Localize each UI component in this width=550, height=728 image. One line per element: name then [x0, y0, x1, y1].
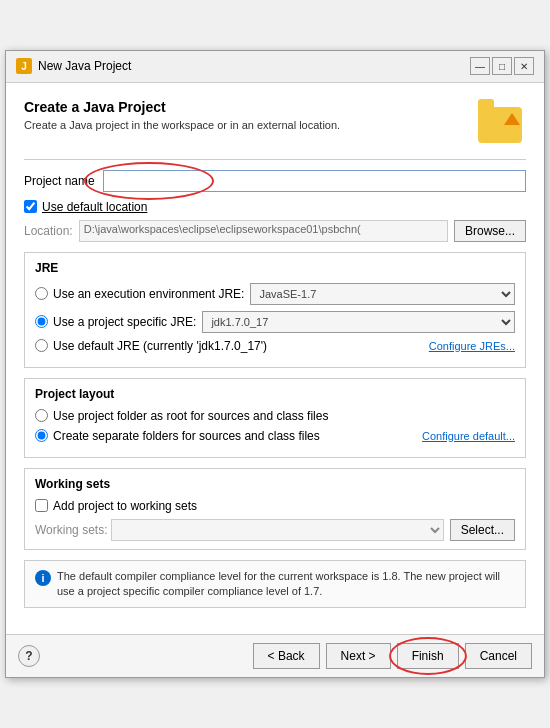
folder-arrow-icon — [504, 113, 520, 125]
dialog-header: Create a Java Project Create a Java proj… — [24, 99, 526, 147]
next-button[interactable]: Next > — [326, 643, 391, 669]
use-default-location-checkbox[interactable] — [24, 200, 37, 213]
jre-section: JRE Use an execution environment JRE: Ja… — [24, 252, 526, 368]
working-sets-dropdown[interactable] — [111, 519, 443, 541]
title-bar: J New Java Project — □ ✕ — [6, 51, 544, 83]
help-button[interactable]: ? — [18, 645, 40, 667]
layout-separate-radio[interactable] — [35, 429, 48, 442]
dialog-footer: ? < Back Next > Finish Cancel — [6, 634, 544, 677]
default-location-row: Use default location — [24, 200, 526, 214]
jre-default-label: Use default JRE (currently 'jdk1.7.0_17'… — [53, 339, 267, 353]
jre-option-default-row: Use default JRE (currently 'jdk1.7.0_17'… — [35, 339, 515, 353]
working-sets-label: Working sets: — [35, 523, 107, 537]
layout-root-label: Use project folder as root for sources a… — [53, 409, 328, 423]
project-name-row: Project name — [24, 170, 526, 192]
footer-right: < Back Next > Finish Cancel — [253, 643, 532, 669]
dialog-body: Create a Java Project Create a Java proj… — [6, 83, 544, 635]
back-button[interactable]: < Back — [253, 643, 320, 669]
working-sets-select-button[interactable]: Select... — [450, 519, 515, 541]
dialog-icon: J — [16, 58, 32, 74]
working-sets-section: Working sets Add project to working sets… — [24, 468, 526, 550]
layout-separate-row: Create separate folders for sources and … — [35, 429, 515, 443]
jre-default-radio[interactable] — [35, 339, 48, 352]
dialog-title: New Java Project — [38, 59, 131, 73]
finish-button[interactable]: Finish — [397, 643, 459, 669]
layout-root-radio[interactable] — [35, 409, 48, 422]
header-divider — [24, 159, 526, 160]
project-name-input[interactable] — [103, 170, 526, 192]
project-layout-title: Project layout — [35, 387, 515, 401]
jre-option-specific-row: Use a project specific JRE: jdk1.7.0_17 — [35, 311, 515, 333]
location-path: D:\java\workspaces\eclipse\eclipseworksp… — [79, 220, 448, 242]
configure-default-link[interactable]: Configure default... — [422, 430, 515, 442]
browse-button[interactable]: Browse... — [454, 220, 526, 242]
jre-specific-radio[interactable] — [35, 315, 48, 328]
configure-jres-link[interactable]: Configure JREs... — [429, 340, 515, 352]
location-row: Location: D:\java\workspaces\eclipse\ecl… — [24, 220, 526, 242]
header-text: Create a Java Project Create a Java proj… — [24, 99, 340, 131]
new-java-project-dialog: J New Java Project — □ ✕ Create a Java P… — [5, 50, 545, 679]
jre-env-radio[interactable] — [35, 287, 48, 300]
info-icon: i — [35, 570, 51, 586]
add-to-working-sets-label: Add project to working sets — [53, 499, 197, 513]
header-description: Create a Java project in the workspace o… — [24, 119, 340, 131]
jre-specific-label: Use a project specific JRE: — [53, 315, 196, 329]
jre-env-select[interactable]: JavaSE-1.7 — [250, 283, 515, 305]
window-controls: — □ ✕ — [470, 57, 534, 75]
add-to-working-sets-checkbox[interactable] — [35, 499, 48, 512]
jre-specific-select[interactable]: jdk1.7.0_17 — [202, 311, 515, 333]
info-text: The default compiler compliance level fo… — [57, 569, 515, 600]
folder-icon — [478, 107, 522, 143]
header-icon — [478, 99, 526, 147]
working-sets-select-row: Working sets: Select... — [35, 519, 515, 541]
working-sets-title: Working sets — [35, 477, 515, 491]
minimize-button[interactable]: — — [470, 57, 490, 75]
project-layout-section: Project layout Use project folder as roo… — [24, 378, 526, 458]
project-name-label: Project name — [24, 174, 95, 188]
layout-root-row: Use project folder as root for sources a… — [35, 409, 515, 423]
cancel-button[interactable]: Cancel — [465, 643, 532, 669]
title-bar-left: J New Java Project — [16, 58, 131, 74]
finish-button-wrap: Finish — [397, 643, 459, 669]
header-title: Create a Java Project — [24, 99, 340, 115]
maximize-button[interactable]: □ — [492, 57, 512, 75]
add-to-working-sets-row: Add project to working sets — [35, 499, 515, 513]
info-box: i The default compiler compliance level … — [24, 560, 526, 609]
footer-left: ? — [18, 645, 40, 667]
use-default-location-label: Use default location — [42, 200, 147, 214]
jre-section-title: JRE — [35, 261, 515, 275]
close-button[interactable]: ✕ — [514, 57, 534, 75]
jre-env-label: Use an execution environment JRE: — [53, 287, 244, 301]
jre-option-env-row: Use an execution environment JRE: JavaSE… — [35, 283, 515, 305]
location-label: Location: — [24, 224, 73, 238]
layout-separate-label: Create separate folders for sources and … — [53, 429, 320, 443]
